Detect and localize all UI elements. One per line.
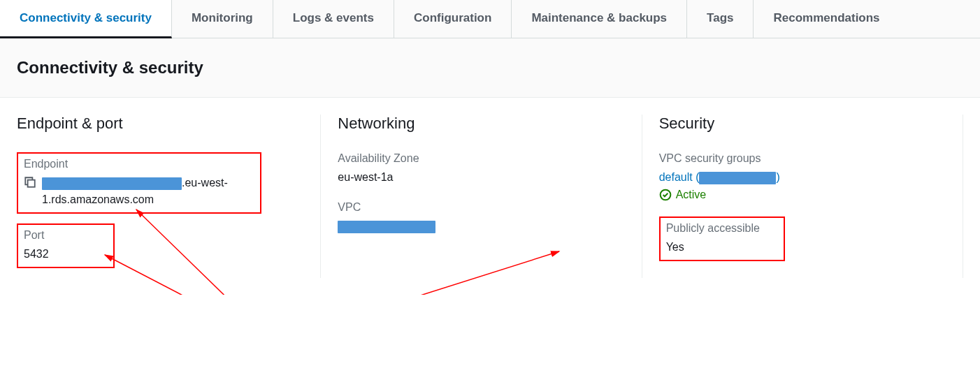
redacted-sg-id	[699, 172, 776, 184]
tab-bar: Connectivity & security Monitoring Logs …	[0, 0, 980, 38]
column-security: Security VPC security groups default () …	[642, 115, 963, 278]
value-publicly-accessible: Yes	[666, 239, 778, 256]
page-title: Connectivity & security	[17, 58, 963, 78]
label-port: Port	[24, 229, 108, 242]
tab-logs-events[interactable]: Logs & events	[273, 0, 394, 38]
check-circle-icon	[659, 189, 672, 201]
endpoint-text: .eu-west-1.rds.amazonaws.com	[42, 175, 254, 208]
label-security-groups: VPC security groups	[659, 152, 946, 165]
value-vpc	[338, 218, 624, 235]
security-group-link[interactable]: default ()	[659, 171, 780, 183]
tab-tags[interactable]: Tags	[687, 0, 754, 38]
value-az: eu-west-1a	[338, 169, 624, 186]
column-networking: Networking Availability Zone eu-west-1a …	[321, 115, 642, 278]
highlight-publicly-accessible: Publicly accessible Yes	[659, 216, 785, 261]
copy-icon[interactable]	[24, 176, 36, 189]
tab-recommendations[interactable]: Recommendations	[754, 0, 899, 38]
highlight-endpoint: Endpoint .eu-west-1.rds.amazonaws.com	[17, 152, 261, 214]
label-endpoint: Endpoint	[24, 158, 254, 170]
tab-configuration[interactable]: Configuration	[394, 0, 512, 38]
label-publicly-accessible: Publicly accessible	[666, 222, 778, 235]
status-active: Active	[676, 189, 707, 201]
redacted-vpc	[338, 221, 435, 233]
value-endpoint: .eu-west-1.rds.amazonaws.com	[24, 175, 254, 208]
tab-maintenance-backups[interactable]: Maintenance & backups	[512, 0, 687, 38]
svg-rect-0	[28, 180, 35, 187]
security-group-status: Active	[659, 189, 946, 201]
heading-security: Security	[659, 115, 946, 133]
redacted-endpoint-prefix	[42, 177, 182, 190]
tab-monitoring[interactable]: Monitoring	[172, 0, 273, 38]
page-title-bar: Connectivity & security	[0, 38, 980, 98]
label-vpc: VPC	[338, 201, 624, 214]
details-columns: Endpoint & port Endpoint .eu-west-1.rds.…	[0, 98, 980, 295]
tab-connectivity-security[interactable]: Connectivity & security	[0, 0, 172, 38]
value-port: 5432	[24, 246, 108, 263]
heading-networking: Networking	[338, 115, 624, 133]
highlight-port: Port 5432	[17, 223, 115, 268]
column-endpoint-port: Endpoint & port Endpoint .eu-west-1.rds.…	[17, 115, 321, 278]
heading-endpoint-port: Endpoint & port	[17, 115, 303, 133]
value-security-groups: default ()	[659, 169, 946, 186]
label-az: Availability Zone	[338, 152, 624, 165]
